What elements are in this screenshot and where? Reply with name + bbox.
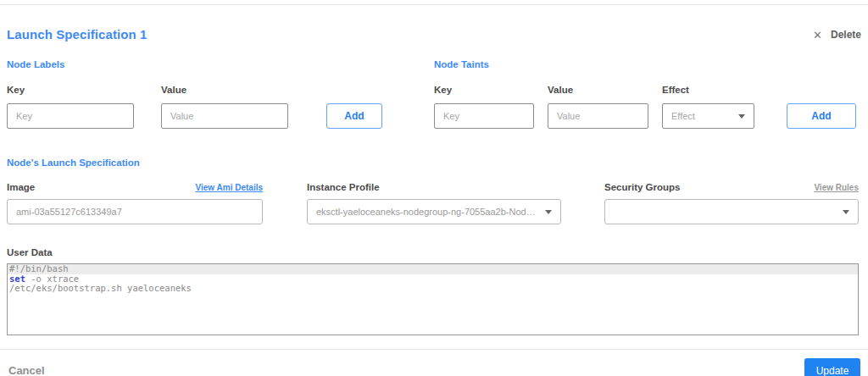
- node-taints-title: Node Taints: [434, 59, 861, 69]
- node-taints-effect-select[interactable]: Effect: [662, 103, 754, 129]
- node-taints-section: Node Taints Key Value Effect Effect: [434, 59, 861, 129]
- image-label: Image: [7, 182, 35, 192]
- node-labels-key-input[interactable]: [7, 103, 134, 129]
- instance-profile-value: eksctl-yaeloceaneks-nodegroup-ng-7055aa2…: [316, 207, 540, 217]
- delete-label[interactable]: Delete: [831, 29, 861, 41]
- security-groups-label: Security Groups: [604, 182, 680, 192]
- node-taints-key-input[interactable]: [434, 103, 534, 129]
- top-divider: [0, 4, 868, 5]
- instance-profile-label: Instance Profile: [307, 182, 380, 192]
- code-line: /etc/eks/bootstrap.sh yaeloceaneks: [8, 284, 858, 294]
- delete-button[interactable]: ✕ Delete: [813, 29, 861, 41]
- image-input[interactable]: [7, 199, 263, 224]
- user-data-label: User Data: [7, 247, 861, 257]
- launch-specification-title: Node's Launch Specification: [7, 158, 861, 168]
- view-rules-link[interactable]: View Rules: [814, 183, 859, 192]
- footer-divider: [0, 349, 868, 350]
- node-taints-key-label: Key: [434, 85, 534, 95]
- node-labels-value-label: Value: [161, 85, 288, 95]
- node-taints-effect-label: Effect: [662, 85, 754, 95]
- instance-profile-select[interactable]: eksctl-yaeloceaneks-nodegroup-ng-7055aa2…: [307, 199, 561, 224]
- cancel-button[interactable]: Cancel: [8, 364, 45, 376]
- footer: Cancel Update: [0, 358, 868, 376]
- node-taints-value-label: Value: [548, 85, 648, 95]
- user-data-section: User Data #!/bin/bashset -o xtrace/etc/e…: [7, 247, 861, 335]
- node-labels-value-input[interactable]: [161, 103, 288, 129]
- node-taints-add-button[interactable]: Add: [787, 103, 856, 129]
- user-data-editor[interactable]: #!/bin/bashset -o xtrace/etc/eks/bootstr…: [7, 263, 859, 335]
- chevron-down-icon: [738, 114, 745, 119]
- update-button[interactable]: Update: [804, 358, 860, 376]
- node-labels-add-button[interactable]: Add: [326, 103, 382, 129]
- chevron-down-icon: [545, 210, 552, 214]
- node-labels-key-label: Key: [7, 85, 134, 95]
- node-labels-section: Node Labels Key Value Add: [7, 59, 434, 129]
- chevron-down-icon: [843, 210, 849, 214]
- node-taints-value-input[interactable]: [548, 103, 648, 129]
- effect-placeholder: Effect: [671, 111, 695, 121]
- launch-specification-section: Node's Launch Specification Image View A…: [7, 158, 861, 224]
- view-ami-details-link[interactable]: View Ami Details: [196, 183, 263, 192]
- panel-header: Launch Specification 1 ✕ Delete: [7, 27, 861, 41]
- launch-spec-panel: Launch Specification 1 ✕ Delete Node Lab…: [7, 27, 861, 335]
- code-line: #!/bin/bash: [8, 264, 858, 274]
- close-icon[interactable]: ✕: [813, 30, 822, 41]
- node-labels-title: Node Labels: [7, 59, 434, 69]
- page-title: Launch Specification 1: [7, 27, 147, 41]
- security-groups-select[interactable]: [604, 199, 859, 224]
